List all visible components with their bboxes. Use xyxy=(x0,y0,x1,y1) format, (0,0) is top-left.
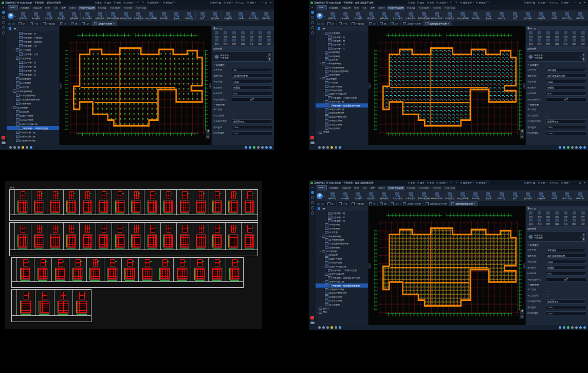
properties-header[interactable]: 属性面板 xyxy=(526,46,588,50)
view-tab[interactable]: -1F墙柱列表图× xyxy=(401,201,424,206)
tree-item[interactable]: 04剖面视图 xyxy=(316,50,368,54)
ribbon-tab[interactable]: 协同 xyxy=(353,6,360,10)
pen-icon[interactable] xyxy=(567,326,569,329)
ribbon-button[interactable]: 楼层更新 xyxy=(364,190,377,201)
common-tool-button[interactable]: 环阵 xyxy=(544,39,553,45)
tree-item[interactable]: 02墙柱平面图 xyxy=(316,84,368,88)
titlebar-menu-item[interactable]: 保存 xyxy=(408,182,415,184)
tree-item[interactable]: 立面视图：南 xyxy=(316,211,368,215)
tree-item[interactable]: 图纸 xyxy=(316,310,368,314)
column-detail-cell[interactable] xyxy=(112,223,128,250)
post-logo[interactable]: P xyxy=(317,193,323,199)
column-detail-cell[interactable] xyxy=(144,190,161,215)
tree-item[interactable]: 02建资校审视图 xyxy=(316,62,368,65)
common-tool-button[interactable]: 设置 xyxy=(579,219,587,225)
tree-item[interactable]: 06板平法施工图 xyxy=(7,134,59,138)
tree-item[interactable]: 03出图视图 xyxy=(316,77,368,81)
zoom-in-icon[interactable] xyxy=(13,146,16,149)
ribbon-button[interactable]: 校审 xyxy=(196,10,209,21)
view-tab[interactable]: -1F× xyxy=(389,201,400,206)
ribbon-button[interactable]: 特殊构件指定 xyxy=(119,10,132,21)
ribbon-tab[interactable]: POST梁 xyxy=(406,6,417,10)
common-tool-button[interactable]: 旋转 xyxy=(544,211,553,218)
property-control[interactable] xyxy=(546,288,548,291)
titlebar-menu-item[interactable]: 插件下载 xyxy=(210,2,221,4)
view-tab[interactable]: 主楼顶板× xyxy=(350,201,367,206)
tree-item[interactable]: 01平面图资视图 xyxy=(316,238,368,242)
notification-badge[interactable] xyxy=(310,316,314,319)
tree-item[interactable]: 03结构平面图 xyxy=(316,88,368,92)
view-tab[interactable]: -1F× xyxy=(80,21,91,26)
tree-item[interactable]: 02室内构件图资视图 xyxy=(316,69,368,73)
property-control[interactable] xyxy=(232,114,234,117)
ribbon-button[interactable]: 配筋出图设置 xyxy=(417,190,430,201)
close-view-icon[interactable]: × xyxy=(113,23,115,25)
common-tool-button[interactable]: 删除 xyxy=(570,219,578,225)
column-detail-cell[interactable] xyxy=(226,223,242,250)
view-type-selector[interactable]: 视图名称平面视图 ▾ +≡ xyxy=(213,51,273,62)
tree-item[interactable]: 06大样图 xyxy=(316,230,368,234)
ribbon-tab[interactable]: POST梁 xyxy=(97,6,108,10)
cloud-icon[interactable] xyxy=(2,141,6,144)
column-detail-cell[interactable] xyxy=(226,190,242,215)
layers-icon[interactable] xyxy=(249,146,251,149)
view-tab[interactable]: -1F墙柱列表图× xyxy=(92,21,117,26)
ribbon-button[interactable]: 模型设置 xyxy=(378,190,391,201)
titlebar-menu-item[interactable]: 系统设置 xyxy=(163,2,176,4)
ribbon-tab[interactable]: POST板 xyxy=(122,6,134,10)
collapse-tree-handle[interactable]: ‹ xyxy=(369,263,371,269)
common-tool-button[interactable]: 移动 xyxy=(527,211,535,218)
ribbon-button[interactable]: 校审设置 xyxy=(521,190,534,201)
add-property-button[interactable]: + xyxy=(582,233,585,237)
common-tool-button[interactable]: 镜像 xyxy=(239,39,247,45)
basic-props-title[interactable]: ▾基本属性 xyxy=(212,63,274,67)
column-detail-cell[interactable] xyxy=(34,258,52,281)
save-status-icon[interactable] xyxy=(579,146,582,149)
tree-item[interactable]: 07楼梯放置详图 xyxy=(316,288,368,291)
view-grid-icon[interactable] xyxy=(317,203,320,205)
property-control[interactable]: 地库顶板 xyxy=(546,68,586,72)
tree-item[interactable]: 平面视图：地库顶板梁平法图 xyxy=(316,276,368,280)
view-type-selector[interactable]: 视图名称平面视图 ▾ +≡ xyxy=(527,51,587,62)
common-tool-button[interactable]: 镜像 xyxy=(553,219,561,225)
ribbon-tab[interactable]: 协同 xyxy=(353,186,360,190)
ribbon-tab[interactable]: POST基础 xyxy=(134,6,148,10)
notification-badge[interactable] xyxy=(310,136,314,139)
ribbon-button[interactable]: 批量删除 xyxy=(222,10,235,21)
ortho-icon[interactable] xyxy=(575,146,578,149)
view-range-title[interactable]: ▾视图范围 xyxy=(526,282,588,287)
property-control[interactable]: 按高度显示 xyxy=(232,119,272,123)
ribbon-tab[interactable]: POST基础 xyxy=(443,6,456,10)
tree-item[interactable]: 明细表 xyxy=(316,130,368,134)
property-control[interactable]: 1200 xyxy=(546,131,586,135)
column-detail-cell[interactable] xyxy=(80,190,96,215)
pan-icon[interactable] xyxy=(318,146,321,149)
common-tool-button[interactable]: 倒角 xyxy=(553,211,561,218)
ribbon-button[interactable]: 标高删除 xyxy=(30,10,43,21)
display-mode-icon[interactable] xyxy=(335,326,337,329)
tree-item[interactable]: 平面视图：-1F xyxy=(7,44,59,48)
column-detail-cell[interactable] xyxy=(47,223,64,250)
ribbon-tab[interactable]: 结构出图 xyxy=(31,6,43,10)
undo-icon[interactable]: ↶ xyxy=(450,182,453,184)
ribbon-tab[interactable]: POST墙柱 xyxy=(417,6,431,10)
view-tab[interactable]: -1F墙柱列表图× xyxy=(401,21,424,26)
close-window-button[interactable]: × xyxy=(583,1,586,4)
ribbon-button[interactable]: 模型设置 xyxy=(378,10,391,21)
column-detail-cell[interactable] xyxy=(193,190,210,215)
ribbon-button[interactable]: 钢筋字库 xyxy=(574,190,586,201)
view-tab[interactable]: 三维× xyxy=(337,21,350,26)
column-detail-cell[interactable] xyxy=(128,190,145,215)
common-tool-button[interactable]: 延伸 xyxy=(527,39,535,45)
zoom-in-icon[interactable] xyxy=(322,326,325,329)
selection-filter-icon[interactable] xyxy=(30,146,32,149)
tree-item[interactable]: 03结构平面图 xyxy=(316,261,368,264)
drawing-canvas[interactable]: ‹ › ↺ × xyxy=(60,26,211,145)
basic-props-title[interactable]: ▾基本属性 xyxy=(526,63,588,67)
zoom-extents-icon[interactable] xyxy=(326,146,329,149)
view-tab[interactable]: 主楼顶板× xyxy=(41,21,58,26)
property-control[interactable]: 地库顶板板配筋图 xyxy=(546,254,586,258)
column-detail-cell[interactable] xyxy=(87,258,104,281)
ribbon-button[interactable]: 模型设置 xyxy=(68,10,81,21)
ribbon-tab[interactable]: POST基础 xyxy=(443,186,456,190)
